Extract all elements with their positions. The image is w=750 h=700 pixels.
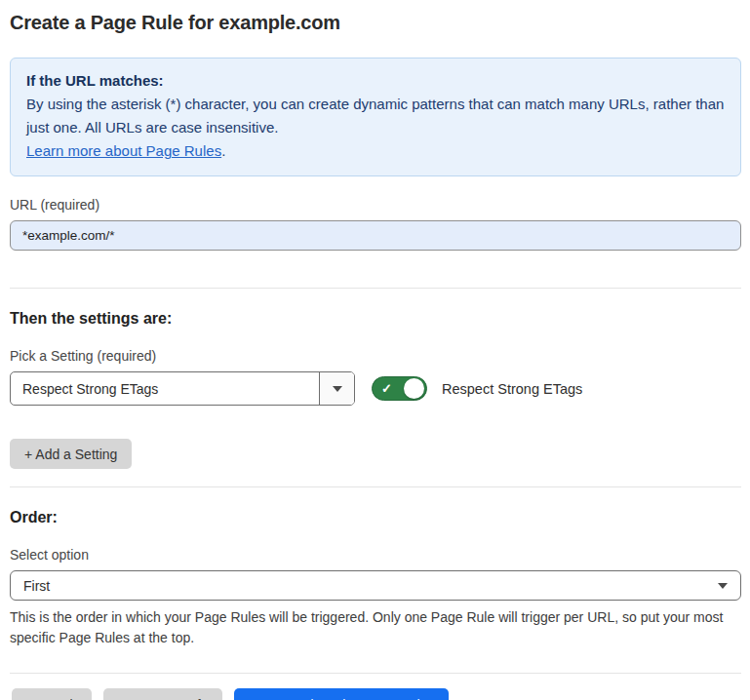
setting-dropdown-arrow-button[interactable] bbox=[319, 372, 354, 405]
setting-toggle[interactable]: ✓ bbox=[372, 376, 427, 401]
save-deploy-button[interactable]: Save and Deploy Page Rule bbox=[234, 688, 449, 700]
setting-dropdown-value: Respect Strong ETags bbox=[11, 372, 319, 405]
order-heading: Order: bbox=[10, 509, 741, 526]
toggle-knob bbox=[404, 378, 424, 399]
section-divider bbox=[10, 486, 741, 487]
page-title: Create a Page Rule for example.com bbox=[10, 12, 741, 34]
pick-setting-label: Pick a Setting (required) bbox=[10, 348, 741, 364]
chevron-down-icon bbox=[333, 386, 342, 392]
setting-dropdown[interactable]: Respect Strong ETags bbox=[10, 371, 355, 406]
learn-more-link[interactable]: Learn more about Page Rules bbox=[26, 142, 221, 159]
save-draft-button[interactable]: Save as Draft bbox=[103, 688, 223, 700]
order-dropdown-value: First bbox=[23, 578, 50, 594]
link-period: . bbox=[221, 142, 225, 159]
info-box-heading: If the URL matches: bbox=[26, 69, 725, 93]
order-select-label: Select option bbox=[10, 547, 741, 563]
url-field-label: URL (required) bbox=[10, 197, 741, 213]
settings-heading: Then the settings are: bbox=[10, 310, 741, 328]
info-box-link-row: Learn more about Page Rules. bbox=[26, 139, 725, 163]
footer-actions: Cancel Save as Draft Save and Deploy Pag… bbox=[10, 673, 741, 700]
add-setting-button[interactable]: + Add a Setting bbox=[10, 439, 132, 469]
info-box-body: By using the asterisk (*) character, you… bbox=[26, 93, 725, 139]
order-help-text: This is the order in which your Page Rul… bbox=[10, 607, 731, 648]
url-input[interactable] bbox=[10, 220, 741, 251]
order-dropdown[interactable]: First bbox=[10, 570, 741, 601]
url-match-info-box: If the URL matches: By using the asteris… bbox=[10, 58, 741, 176]
setting-toggle-label: Respect Strong ETags bbox=[442, 381, 582, 397]
cancel-button[interactable]: Cancel bbox=[12, 688, 92, 700]
section-divider bbox=[10, 288, 741, 289]
check-icon: ✓ bbox=[381, 382, 392, 395]
chevron-down-icon bbox=[718, 583, 728, 589]
setting-row: Respect Strong ETags ✓ Respect Strong ET… bbox=[10, 371, 741, 406]
